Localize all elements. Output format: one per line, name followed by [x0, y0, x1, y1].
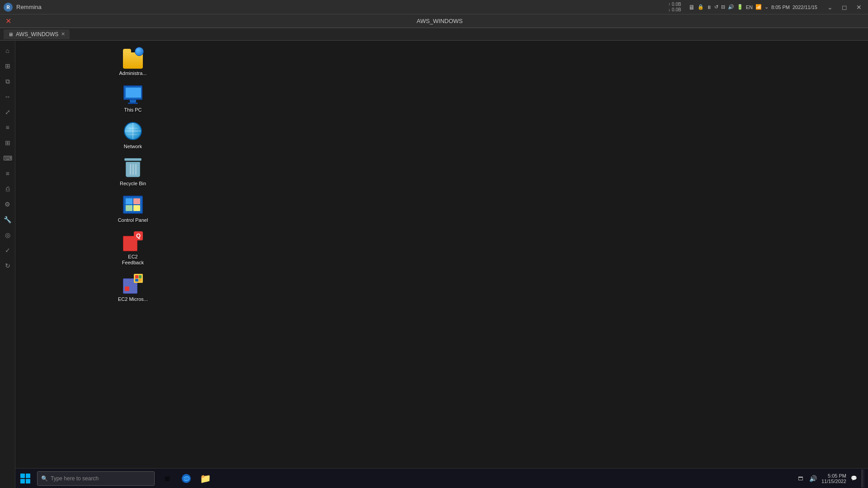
this-pc-icon[interactable]: This PC	[115, 82, 151, 115]
administrator-label: Administra...	[119, 70, 146, 76]
display-icon: ⊟	[721, 4, 725, 10]
administrator-icon[interactable]: Administra...	[115, 45, 151, 78]
svg-point-3	[184, 477, 188, 480]
toolbar-close-button[interactable]: ✕	[4, 16, 13, 26]
taskbar-date: 11/15/2022	[821, 479, 846, 484]
maximize-button[interactable]: ◻	[839, 3, 850, 12]
search-placeholder-text: Type here to search	[51, 475, 99, 482]
remmina-logo: R	[4, 3, 13, 12]
sidebar-check-icon[interactable]: ✓	[1, 244, 14, 257]
language-label: EN	[746, 5, 753, 10]
recycle-bin-icon[interactable]: Recycle Bin	[115, 155, 151, 188]
tab-icon: 🖥	[8, 32, 13, 37]
window-controls: ⌄ ◻ ✕	[825, 3, 864, 12]
svg-text:R: R	[6, 5, 10, 10]
sidebar-refresh-icon[interactable]: ↻	[1, 259, 14, 272]
recycle-bin-label: Recycle Bin	[120, 181, 146, 187]
sidebar-menu-icon[interactable]: ≡	[1, 121, 14, 134]
windows-desktop[interactable]: Administra... This PC	[15, 41, 868, 488]
ec2-feedback-icon[interactable]: Q EC2 Feedback	[115, 229, 151, 267]
remmina-titlebar: R Remmina ↑ 0.0B ↓ 0.0B 🖥 🔒 ⏸ ↺ ⊟ 🔊 🔋 EN…	[0, 0, 868, 14]
remmina-sidebar: ⌂ ⊞ ⧉ ↔ ⤢ ≡ ⊞ ⌨ ≡ ⎙ ⚙ 🔧 ◎ ✓ ↻	[0, 41, 15, 488]
taskbar-center-items: ⊞ 📁	[158, 469, 214, 488]
sidebar-expand-icon[interactable]: ↔	[1, 90, 14, 103]
close-button[interactable]: ✕	[854, 3, 864, 12]
control-panel-label: Control Panel	[118, 217, 148, 223]
connection-title: AWS_WINDOWS	[15, 18, 864, 24]
ec2-feedback-label: EC2 Feedback	[117, 254, 149, 266]
administrator-icon-img	[122, 47, 144, 69]
sidebar-add-icon[interactable]: ⊞	[1, 60, 14, 72]
taskbar-notifications-button[interactable]: 💬	[849, 474, 859, 482]
tab-bar: 🖥 AWS_WINDOWS ✕	[0, 28, 868, 41]
remmina-title-left: R Remmina	[4, 3, 42, 12]
monitor-icon: 🖥	[689, 4, 695, 11]
pause-icon: ⏸	[707, 5, 712, 10]
ec2-microsoft-icon-img	[122, 273, 144, 295]
sidebar-arrange-icon[interactable]: ⊞	[1, 136, 14, 149]
sidebar-fullscreen-icon[interactable]: ⤢	[1, 106, 14, 118]
time-label: 8:05 PM	[771, 5, 790, 10]
remmina-app-title: Remmina	[16, 4, 42, 10]
search-icon: 🔍	[41, 475, 48, 482]
main-layout: ⌂ ⊞ ⧉ ↔ ⤢ ≡ ⊞ ⌨ ≡ ⎙ ⚙ 🔧 ◎ ✓ ↻	[0, 41, 868, 488]
taskbar-search[interactable]: 🔍 Type here to search	[37, 471, 155, 486]
edge-browser-button[interactable]	[177, 469, 195, 488]
network-stats: ↑ 0.0B ↓ 0.0B	[668, 2, 681, 13]
tab-label: AWS_WINDOWS	[16, 31, 58, 38]
sidebar-multi-icon[interactable]: ⧉	[1, 75, 14, 88]
sidebar-keyboard-icon[interactable]: ⌨	[1, 152, 14, 164]
aws-windows-tab[interactable]: 🖥 AWS_WINDOWS ✕	[4, 29, 70, 39]
lock-icon: 🔒	[698, 4, 704, 10]
control-panel-icon-img	[122, 194, 144, 216]
windows-taskbar: 🔍 Type here to search ⊞ 📁	[15, 468, 868, 488]
this-pc-label: This PC	[124, 107, 142, 113]
show-desktop-button[interactable]	[862, 469, 864, 488]
windows-logo	[20, 474, 30, 483]
taskbar-right: 🗖 🔊 5:05 PM 11/15/2022 💬	[796, 469, 868, 488]
network-icon[interactable]: Network	[115, 118, 151, 151]
taskbar-clock[interactable]: 5:05 PM 11/15/2022	[821, 473, 846, 484]
tab-close-button[interactable]: ✕	[61, 31, 65, 37]
wifi-icon: 📶	[755, 4, 762, 10]
date-label: 2022/11/15	[793, 5, 817, 10]
chevron-down-icon[interactable]: ⌄	[764, 4, 769, 10]
remote-desktop: Administra... This PC	[15, 41, 868, 488]
sidebar-home-icon[interactable]: ⌂	[1, 44, 14, 57]
remmina-toolbar: ✕ AWS_WINDOWS	[0, 14, 868, 28]
sidebar-wrench-icon[interactable]: 🔧	[1, 213, 14, 226]
start-button[interactable]	[15, 469, 35, 488]
file-explorer-button[interactable]: 📁	[196, 469, 214, 488]
this-pc-icon-img	[122, 84, 144, 105]
sidebar-settings-icon[interactable]: ⚙	[1, 198, 14, 211]
ec2-feedback-icon-img: Q	[122, 230, 144, 252]
taskbar-systray-arrow[interactable]: 🗖	[796, 475, 805, 482]
sidebar-monitor-icon[interactable]: ⎙	[1, 183, 14, 195]
taskbar-time: 5:05 PM	[828, 473, 846, 479]
refresh-icon-tray: ↺	[714, 4, 718, 10]
battery-icon: 🔋	[737, 4, 743, 10]
network-label: Network	[124, 144, 142, 150]
sidebar-camera-icon[interactable]: ◎	[1, 229, 14, 241]
task-view-button[interactable]: ⊞	[158, 469, 176, 488]
sidebar-list-icon[interactable]: ≡	[1, 167, 14, 180]
recycle-bin-icon-img	[122, 157, 144, 179]
systray-area: 🖥 🔒 ⏸ ↺ ⊟ 🔊 🔋 EN 📶 ⌄ 8:05 PM 2022/11/15	[689, 4, 817, 11]
control-panel-icon[interactable]: Control Panel	[115, 192, 151, 225]
minimize-button[interactable]: ⌄	[825, 3, 835, 12]
ec2-microsoft-icon[interactable]: EC2 Micros...	[115, 271, 151, 304]
taskbar-volume-icon[interactable]: 🔊	[807, 474, 819, 483]
volume-icon: 🔊	[728, 4, 734, 10]
desktop-icons: Administra... This PC	[115, 45, 151, 305]
network-icon-img	[122, 120, 144, 142]
ec2-microsoft-label: EC2 Micros...	[118, 296, 148, 302]
